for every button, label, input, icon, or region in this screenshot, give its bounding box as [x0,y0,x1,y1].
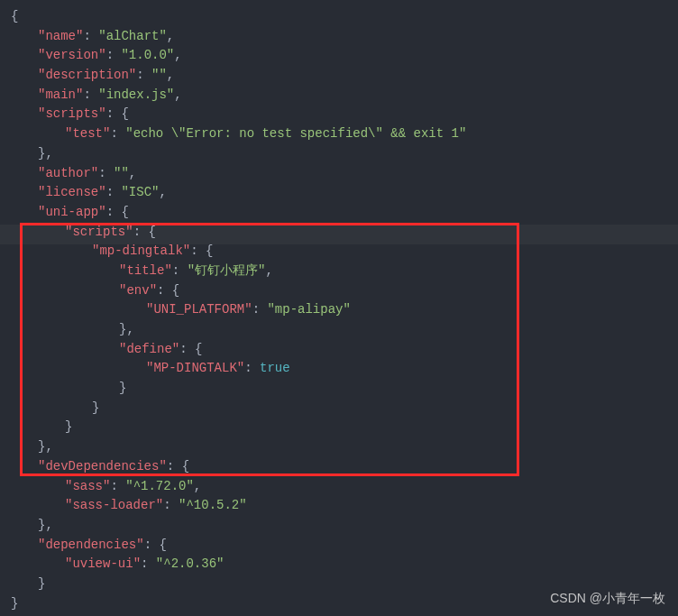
code-line[interactable]: "devDependencies": { [11,457,667,477]
code-line[interactable]: "sass-loader": "^10.5.2" [11,496,667,516]
code-line[interactable]: "name": "alChart", [11,27,667,47]
code-line[interactable]: }, [11,516,667,536]
code-line[interactable]: } [11,418,667,437]
code-line[interactable]: "env": { [11,281,667,301]
code-line[interactable]: { [11,7,667,27]
code-line[interactable]: "test": "echo \"Error: no test specified… [11,124,667,144]
code-line[interactable]: "UNI_PLATFORM": "mp-alipay" [11,300,667,320]
code-line[interactable]: "main": "index.js", [11,86,667,106]
code-line[interactable]: }, [11,320,667,340]
code-line[interactable]: "mp-dingtalk": { [11,242,667,262]
code-line[interactable]: "title": "钉钉小程序", [11,262,667,281]
code-line[interactable]: "dependencies": { [11,536,667,556]
code-line[interactable]: "description": "", [11,66,667,86]
code-line[interactable]: "author": "", [11,164,667,184]
code-line[interactable]: "version": "1.0.0", [11,46,667,66]
code-line[interactable]: "define": { [11,340,667,360]
code-line[interactable]: "MP-DINGTALK": true [11,359,667,379]
code-line[interactable]: "uview-ui": "^2.0.36" [11,555,667,575]
code-line[interactable]: }, [11,437,667,457]
code-editor[interactable]: {"name": "alChart","version": "1.0.0","d… [0,0,678,616]
code-line[interactable]: } [11,399,667,418]
code-line[interactable]: "uni-app": { [11,203,667,223]
code-line[interactable]: "scripts": { [11,223,667,243]
code-line[interactable]: } [11,379,667,399]
watermark: CSDN @小青年一枚 [550,589,665,609]
code-line[interactable]: }, [11,144,667,164]
code-line[interactable]: "license": "ISC", [11,183,667,203]
code-line[interactable]: "scripts": { [11,105,667,124]
code-line[interactable]: "sass": "^1.72.0", [11,477,667,497]
